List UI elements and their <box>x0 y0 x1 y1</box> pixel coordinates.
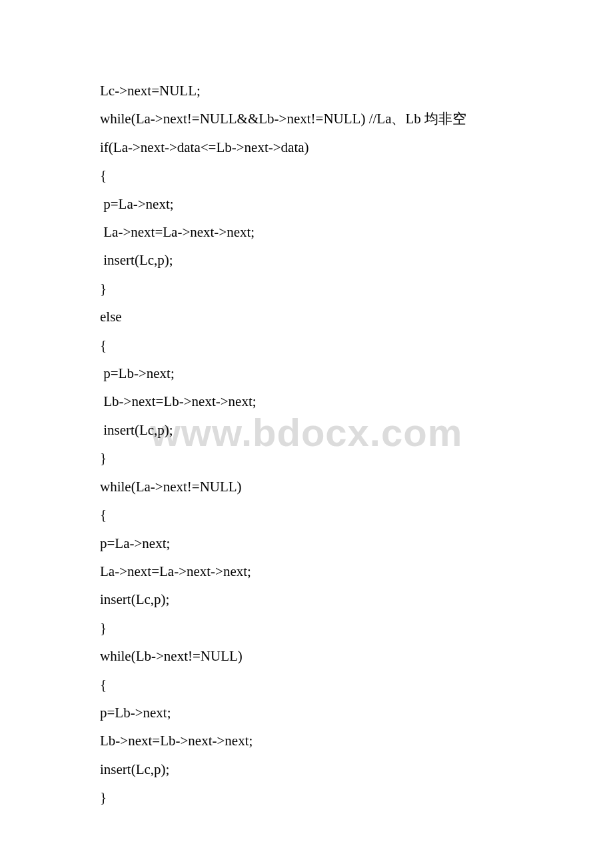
code-line: { <box>100 161 513 189</box>
code-line: while(Lb->next!=NULL) <box>100 642 513 670</box>
code-line: if(La->next->data<=Lb->next->data) <box>100 133 513 161</box>
code-line: Lb->next=Lb->next->next; <box>100 387 513 415</box>
code-line: { <box>100 501 513 529</box>
code-line: } <box>100 275 513 303</box>
code-line: } <box>100 783 513 811</box>
code-line: { <box>100 671 513 699</box>
code-line: while(La->next!=NULL) <box>100 473 513 501</box>
code-line: } <box>100 444 513 472</box>
code-content: Lc->next=NULL; while(La->next!=NULL&&Lb-… <box>0 0 613 812</box>
code-line: La->next=La->next->next; <box>100 557 513 585</box>
code-line: p=Lb->next; <box>100 359 513 387</box>
code-line: insert(Lc,p); <box>100 585 513 613</box>
code-line: insert(Lc,p); <box>100 246 513 274</box>
code-line: La->next=La->next->next; <box>100 218 513 246</box>
code-line: Lb->next=Lb->next->next; <box>100 727 513 755</box>
code-line: p=La->next; <box>100 529 513 557</box>
code-line: } <box>100 614 513 642</box>
code-line: insert(Lc,p); <box>100 416 513 444</box>
code-line: while(La->next!=NULL&&Lb->next!=NULL) //… <box>100 105 513 133</box>
code-line: insert(Lc,p); <box>100 755 513 783</box>
code-line: p=La->next; <box>100 190 513 218</box>
code-line: else <box>100 303 513 331</box>
code-line: p=Lb->next; <box>100 699 513 727</box>
code-line: { <box>100 331 513 359</box>
code-line: Lc->next=NULL; <box>100 77 513 105</box>
